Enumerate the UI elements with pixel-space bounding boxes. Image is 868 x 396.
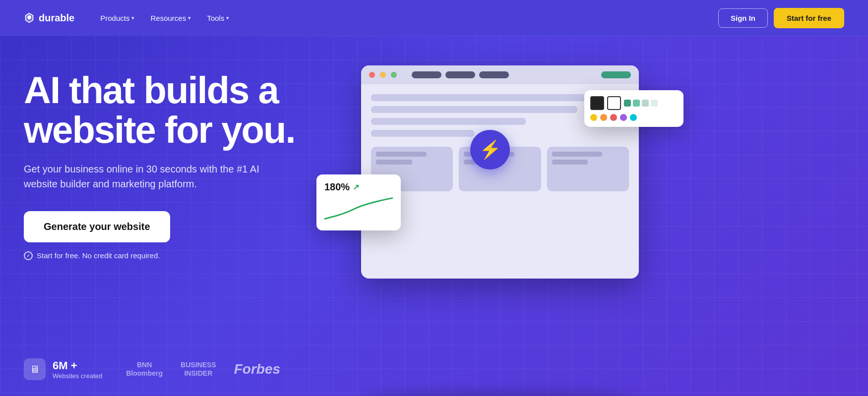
- browser-pill-green: [601, 71, 631, 78]
- swatch-dark: [590, 96, 604, 110]
- stat-block: 🖥 6M + Websites created: [24, 358, 102, 380]
- swatch-green-2: [633, 100, 640, 107]
- palette-swatches-row1: [624, 100, 658, 107]
- browser-pill-2: [445, 71, 475, 78]
- hero-illustration: 180% ↗: [341, 60, 844, 396]
- swatch-orange: [600, 114, 607, 121]
- signin-button[interactable]: Sign In: [718, 8, 768, 28]
- press-businessinsider: BUSINESSINSIDER: [181, 361, 216, 378]
- logo[interactable]: durable: [24, 12, 74, 24]
- minimize-dot: [380, 72, 386, 78]
- browser-shadow: [361, 391, 639, 396]
- content-line-4: [371, 130, 474, 137]
- nav-products[interactable]: Products ▾: [94, 10, 140, 26]
- durable-logo-icon: [24, 12, 35, 23]
- browser-bar: [361, 65, 639, 84]
- stat-label: Websites created: [53, 372, 102, 380]
- swatch-green-1: [624, 100, 631, 107]
- generate-website-button[interactable]: Generate your website: [24, 211, 170, 242]
- palette-row2: [590, 114, 678, 121]
- hero-section: AI that builds a website for you. Get yo…: [0, 36, 868, 396]
- browser-pills: [412, 71, 509, 78]
- swatch-yellow: [590, 114, 597, 121]
- swatch-teal: [630, 114, 637, 121]
- social-proof: 🖥 6M + Websites created BNNBloomberg BUS…: [24, 358, 280, 380]
- nav-tools[interactable]: Tools ▾: [201, 10, 235, 26]
- card-block-3: [547, 147, 629, 191]
- stat-number: 6M +: [53, 359, 102, 372]
- browser-pill-1: [412, 71, 441, 78]
- logo-text: durable: [39, 12, 74, 24]
- hero-left: AI that builds a website for you. Get yo…: [24, 60, 341, 260]
- swatch-green-4: [651, 100, 658, 107]
- start-free-button[interactable]: Start for free: [774, 8, 844, 28]
- palette-card: [584, 90, 683, 127]
- swatch-green-3: [642, 100, 649, 107]
- content-line-2: [371, 106, 577, 113]
- free-note: ✓ Start for free. No credit card require…: [24, 251, 341, 260]
- nav-resources[interactable]: Resources ▾: [144, 10, 197, 26]
- lightning-circle: ⚡: [470, 130, 510, 170]
- press-bnn: BNNBloomberg: [126, 361, 163, 378]
- content-line-3: [371, 118, 526, 125]
- chevron-down-icon: ▾: [188, 15, 191, 21]
- hero-subtext: Get your business online in 30 seconds w…: [24, 162, 272, 191]
- hero-headline: AI that builds a website for you.: [24, 70, 341, 150]
- press-logos: BNNBloomberg BUSINESSINSIDER Forbes: [126, 361, 280, 378]
- bolt-icon: ⚡: [479, 139, 501, 160]
- swatch-red: [610, 114, 617, 121]
- nav-actions: Sign In Start for free: [718, 8, 844, 28]
- chevron-down-icon: ▾: [226, 15, 229, 21]
- chevron-down-icon: ▾: [131, 15, 134, 21]
- monitor-icon: 🖥: [24, 358, 46, 380]
- up-arrow-icon: ↗: [353, 182, 359, 192]
- check-icon: ✓: [24, 251, 33, 260]
- press-forbes: Forbes: [234, 361, 280, 378]
- close-dot: [369, 72, 375, 78]
- navbar: durable Products ▾ Resources ▾ Tools ▾ S…: [0, 0, 868, 36]
- nav-links: Products ▾ Resources ▾ Tools ▾: [94, 10, 718, 26]
- expand-dot: [391, 72, 397, 78]
- swatch-white: [607, 96, 621, 110]
- browser-pill-3: [479, 71, 509, 78]
- swatch-purple: [620, 114, 627, 121]
